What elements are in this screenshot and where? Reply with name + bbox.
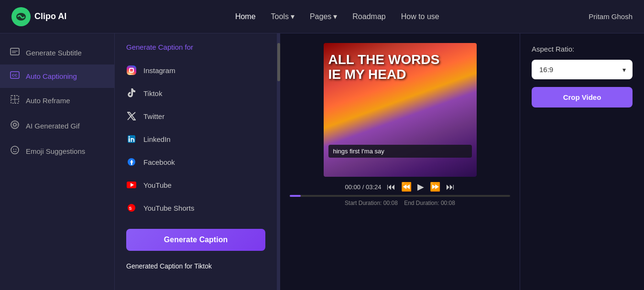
sidebar-item-auto-captioning[interactable]: CC Auto Captioning <box>0 64 114 88</box>
skip-to-start-button[interactable]: ⏮ <box>387 182 395 192</box>
sidebar: Generate Subtitle CC Auto Captioning Aut… <box>0 33 115 290</box>
caption-icon: CC <box>10 71 20 81</box>
gif-icon <box>10 120 20 132</box>
svg-point-11 <box>12 122 18 128</box>
chevron-down-icon: ▾ <box>333 12 337 21</box>
sidebar-item-generate-subtitle[interactable]: Generate Subtitle <box>0 41 114 64</box>
svg-text:CC: CC <box>12 73 18 77</box>
platform-instagram[interactable]: Instagram <box>115 59 277 82</box>
subtitle-icon <box>10 48 20 58</box>
nav-links: Home Tools ▾ Pages ▾ Roadmap How to use <box>86 12 589 21</box>
chevron-down-icon: ▾ <box>291 12 295 21</box>
svg-point-10 <box>13 123 16 126</box>
rewind-button[interactable]: ⏪ <box>401 182 412 192</box>
caption-dropdown-panel: Generate Caption for Instagram Tiktok <box>115 33 277 290</box>
video-caption-bubble: hings first I'ma say <box>328 145 472 158</box>
platform-linkedin[interactable]: LinkedIn <box>115 128 277 150</box>
reframe-icon <box>10 95 20 107</box>
svg-point-12 <box>11 146 19 154</box>
generated-caption-label: Generated Caption for Tiktok <box>115 260 277 270</box>
instagram-icon <box>126 65 137 75</box>
video-player: ALL THE WORDS IE MY HEAD hings first I'm… <box>324 43 477 177</box>
nav-how-to-use[interactable]: How to use <box>401 12 439 21</box>
aspect-ratio-select[interactable]: 16:9 9:16 1:1 4:3 <box>532 60 633 79</box>
platform-facebook[interactable]: Facebook <box>115 150 277 173</box>
twitter-icon <box>126 111 137 121</box>
duration-info: Start Duration: 00:08 End Duration: 00:0… <box>345 200 455 206</box>
sidebar-label-ai-gif: AI Generated Gif <box>26 122 80 130</box>
sidebar-label-emoji: Emoji Suggestions <box>26 147 85 155</box>
nav-roadmap[interactable]: Roadmap <box>352 12 385 21</box>
svg-rect-1 <box>11 48 19 55</box>
svg-text:S: S <box>129 206 132 211</box>
play-button[interactable]: ▶ <box>417 182 424 192</box>
svg-point-13 <box>13 149 14 150</box>
sidebar-item-emoji-suggestions[interactable]: Emoji Suggestions <box>0 139 114 164</box>
platform-tiktok[interactable]: Tiktok <box>115 82 277 105</box>
sidebar-label-auto-reframe: Auto Reframe <box>26 97 70 105</box>
aspect-ratio-label: Aspect Ratio: <box>532 45 633 53</box>
platform-twitter[interactable]: Twitter <box>115 105 277 128</box>
video-area: ALL THE WORDS IE MY HEAD hings first I'm… <box>280 33 520 290</box>
user-name: Pritam Ghosh <box>589 12 633 21</box>
generate-caption-button[interactable]: Generate Caption <box>126 229 265 251</box>
fast-forward-button[interactable]: ⏩ <box>430 182 440 192</box>
dropdown-header: Generate Caption for <box>115 43 277 59</box>
sidebar-item-auto-reframe[interactable]: Auto Reframe <box>0 88 114 113</box>
facebook-icon <box>126 157 137 167</box>
emoji-icon <box>10 145 20 157</box>
tiktok-icon <box>126 88 137 98</box>
navbar: Clipo AI Home Tools ▾ Pages ▾ Roadmap Ho… <box>0 0 644 33</box>
logo[interactable]: Clipo AI <box>11 7 66 26</box>
skip-to-end-button[interactable]: ⏭ <box>446 182 455 192</box>
nav-pages[interactable]: Pages ▾ <box>310 12 337 21</box>
youtube-shorts-icon: S <box>126 203 137 213</box>
progress-bar-container[interactable] <box>290 195 510 197</box>
progress-fill <box>290 195 301 197</box>
svg-rect-16 <box>129 138 130 142</box>
svg-point-17 <box>129 136 130 138</box>
nav-home[interactable]: Home <box>235 12 256 21</box>
progress-bar[interactable] <box>290 195 510 197</box>
aspect-ratio-select-wrapper: 16:9 9:16 1:1 4:3 ▾ <box>532 60 633 79</box>
platform-youtube-shorts[interactable]: S YouTube Shorts <box>115 196 277 219</box>
sidebar-item-ai-generated-gif[interactable]: AI Generated Gif <box>0 113 114 139</box>
sidebar-label-generate-subtitle: Generate Subtitle <box>26 49 82 57</box>
video-text-overlay: ALL THE WORDS IE MY HEAD <box>328 53 472 82</box>
video-controls: 00:00 / 03:24 ⏮ ⏪ ▶ ⏩ ⏭ <box>345 182 455 192</box>
video-background: ALL THE WORDS IE MY HEAD hings first I'm… <box>324 43 477 177</box>
main-layout: Generate Subtitle CC Auto Captioning Aut… <box>0 33 644 290</box>
time-display: 00:00 / 03:24 <box>345 183 382 191</box>
right-panel: Aspect Ratio: 16:9 9:16 1:1 4:3 ▾ Crop V… <box>520 33 644 290</box>
platform-youtube[interactable]: YouTube <box>115 173 277 196</box>
youtube-icon <box>126 180 137 190</box>
logo-icon <box>11 7 31 26</box>
logo-text: Clipo AI <box>34 11 66 21</box>
linkedin-icon <box>126 134 137 144</box>
svg-point-14 <box>16 149 17 150</box>
sidebar-label-auto-captioning: Auto Captioning <box>26 72 77 80</box>
nav-tools[interactable]: Tools ▾ <box>271 12 295 21</box>
crop-video-button[interactable]: Crop Video <box>532 87 633 107</box>
